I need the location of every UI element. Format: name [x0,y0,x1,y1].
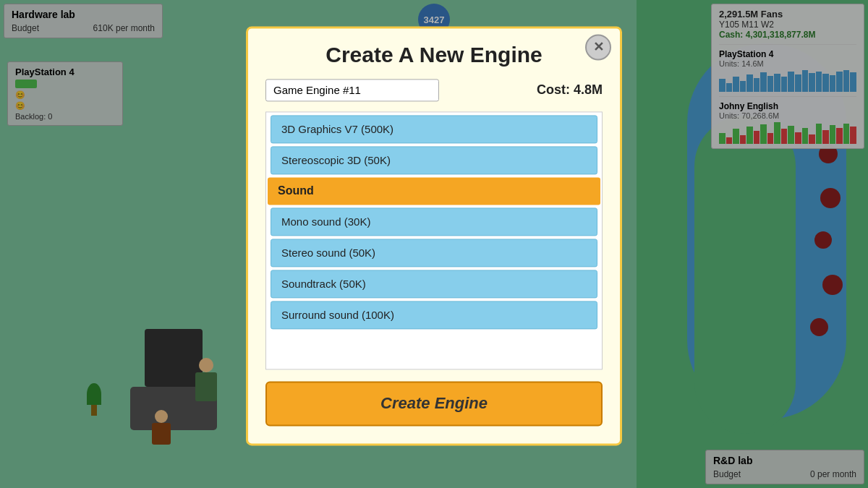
engine-cost: Cost: 4.8M [537,82,603,98]
feature-category[interactable]: Sound [268,177,600,205]
create-engine-button[interactable]: Create Engine [265,381,603,426]
engine-name-input[interactable] [265,79,439,101]
create-engine-modal: Create A New Engine ✕ Cost: 4.8M 3D Grap… [246,26,622,445]
modal-header: Create A New Engine ✕ [265,43,603,67]
feature-scroll-area[interactable]: 3D Graphics V7 (500K)Stereoscopic 3D (50… [266,112,602,343]
feature-item[interactable]: Stereo sound (50K) [271,239,597,267]
feature-list-container: 3D Graphics V7 (500K)Stereoscopic 3D (50… [265,111,603,369]
feature-item[interactable]: Soundtrack (50K) [271,270,597,298]
feature-item[interactable]: 3D Graphics V7 (500K) [271,115,597,143]
feature-item[interactable]: Mono sound (30K) [271,207,597,236]
modal-title: Create A New Engine [265,43,603,67]
feature-item[interactable]: Surround sound (100K) [271,301,597,329]
modal-close-button[interactable]: ✕ [585,34,611,60]
feature-item[interactable]: Stereoscopic 3D (50K) [271,146,597,174]
engine-name-row: Cost: 4.8M [265,79,603,101]
